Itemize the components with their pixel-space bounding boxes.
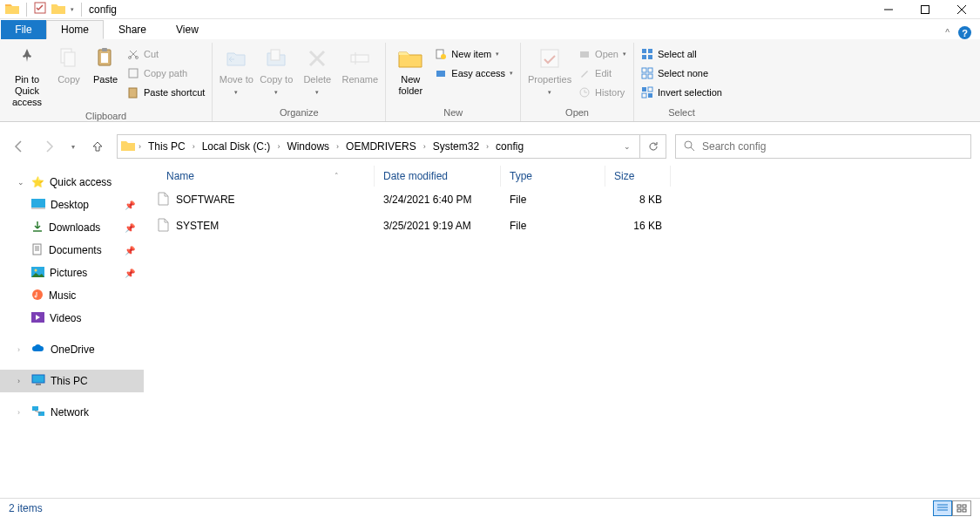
svg-rect-30 [648,87,652,92]
breadcrumb-item[interactable]: This PC [145,139,189,154]
breadcrumb-item[interactable]: OEMDRIVERS [342,139,420,154]
svg-rect-19 [541,50,558,67]
search-input[interactable] [702,140,963,153]
copy-label: Copy [57,74,80,85]
paste-shortcut-button[interactable]: Paste shortcut [124,83,208,102]
minimize-button[interactable] [870,0,907,19]
svg-rect-56 [963,509,966,512]
main-area: ⌄⭐Quick access Desktop📌 Downloads📌 Docum… [0,164,980,495]
paste-label: Paste [93,74,118,85]
home-tab[interactable]: Home [46,20,104,39]
svg-rect-54 [963,505,966,507]
nav-desktop[interactable]: Desktop📌 [0,194,144,216]
file-size: 8 KB [605,194,671,206]
copy-path-button[interactable]: Copy path [124,64,208,83]
column-header-size[interactable]: Size [605,166,671,187]
new-item-button[interactable]: New item ▾ [431,44,517,64]
details-view-button[interactable] [933,500,952,516]
folder-icon [121,139,135,153]
maximize-button[interactable] [907,0,943,19]
svg-rect-21 [642,49,646,53]
chevron-right-icon[interactable]: › [422,142,428,151]
rename-label: Rename [342,74,379,85]
svg-rect-29 [642,87,646,92]
breadcrumb-item[interactable]: Windows [283,139,333,154]
breadcrumb-item[interactable]: Local Disk (C:) [199,139,274,154]
svg-rect-36 [31,207,45,209]
column-header-date[interactable]: Date modified [375,166,501,187]
delete-button[interactable]: Delete▾ [296,43,338,99]
chevron-right-icon[interactable]: › [335,142,341,151]
up-button[interactable] [87,136,108,157]
window-controls [870,0,980,19]
easy-access-button[interactable]: Easy access ▾ [431,64,517,83]
file-row[interactable]: SOFTWARE 3/24/2021 6:40 PM File 8 KB [144,187,980,213]
nav-quick-access[interactable]: ⌄⭐Quick access [0,171,144,194]
back-button[interactable] [9,136,30,157]
svg-rect-26 [648,68,652,72]
nav-network[interactable]: ›Network [0,401,144,424]
nav-documents[interactable]: Documents📌 [0,239,144,262]
properties-qat-icon[interactable] [34,2,46,17]
qat-dropdown-icon[interactable]: ▾ [71,6,74,13]
nav-downloads[interactable]: Downloads📌 [0,216,144,239]
move-to-button[interactable]: Move to ▾ [216,43,256,99]
svg-point-42 [35,269,37,271]
chevron-right-icon[interactable]: › [275,142,281,151]
chevron-right-icon[interactable]: › [17,345,26,354]
move-to-label: Move to ▾ [218,74,254,97]
chevron-right-icon[interactable]: › [191,142,197,151]
forward-button[interactable] [38,136,59,157]
help-icon[interactable]: ? [958,26,971,39]
invert-selection-button[interactable]: Invert selection [638,83,726,102]
svg-rect-22 [648,49,652,53]
paste-button[interactable]: Paste [87,43,124,87]
videos-icon [31,312,44,325]
close-button[interactable] [943,0,980,19]
svg-rect-14 [271,50,280,60]
breadcrumb-item[interactable]: System32 [429,139,483,154]
ribbon-tabs: File Home Share View ^ ? [0,19,980,39]
file-tab[interactable]: File [1,20,46,39]
nav-videos[interactable]: Videos [0,307,144,330]
recent-dropdown[interactable]: ▾ [68,136,78,157]
nav-music[interactable]: Music [0,284,144,307]
clipboard-group-label: Clipboard [85,111,126,123]
open-button[interactable]: Open ▾ [575,44,630,64]
file-row[interactable]: SYSTEM 3/25/2021 9:19 AM File 16 KB [144,213,980,239]
chevron-down-icon[interactable]: ⌄ [17,178,26,187]
address-dropdown-icon[interactable]: ⌄ [618,142,636,151]
search-box[interactable] [675,134,971,159]
large-icons-view-button[interactable] [952,500,971,516]
chevron-right-icon[interactable]: › [484,142,490,151]
column-header-name[interactable]: Name˄ [144,166,375,187]
address-bar[interactable]: › This PC› Local Disk (C:)› Windows› OEM… [117,134,640,159]
chevron-right-icon[interactable]: › [17,377,26,385]
refresh-button[interactable] [640,134,666,159]
history-button[interactable]: History [575,83,630,102]
pin-quick-access-button[interactable]: Pin to Quick access [3,43,51,111]
breadcrumb-item[interactable]: config [492,139,527,154]
column-header-type[interactable]: Type [501,166,605,187]
chevron-right-icon[interactable]: › [17,408,26,417]
share-tab[interactable]: Share [104,20,161,39]
folder-qat-icon[interactable] [51,3,65,17]
copy-to-button[interactable]: Copy to ▾ [256,43,296,99]
new-folder-button[interactable]: New folder [389,43,431,99]
cut-button[interactable]: Cut [124,44,208,64]
collapse-ribbon-icon[interactable]: ^ [945,28,950,37]
select-all-button[interactable]: Select all [638,44,726,64]
chevron-right-icon[interactable]: › [137,142,143,151]
edit-button[interactable]: Edit [575,64,630,83]
select-none-button[interactable]: Select none [638,64,726,83]
nav-pictures[interactable]: Pictures📌 [0,262,144,284]
properties-button[interactable]: Properties▾ [524,43,575,99]
nav-onedrive[interactable]: ›OneDrive [0,338,144,361]
search-icon [683,139,695,154]
network-icon [31,405,45,419]
view-tab[interactable]: View [161,20,213,39]
copy-button[interactable]: Copy [51,43,87,87]
svg-rect-37 [33,244,41,255]
nav-this-pc[interactable]: ›This PC [0,370,144,392]
rename-button[interactable]: Rename [338,43,382,87]
